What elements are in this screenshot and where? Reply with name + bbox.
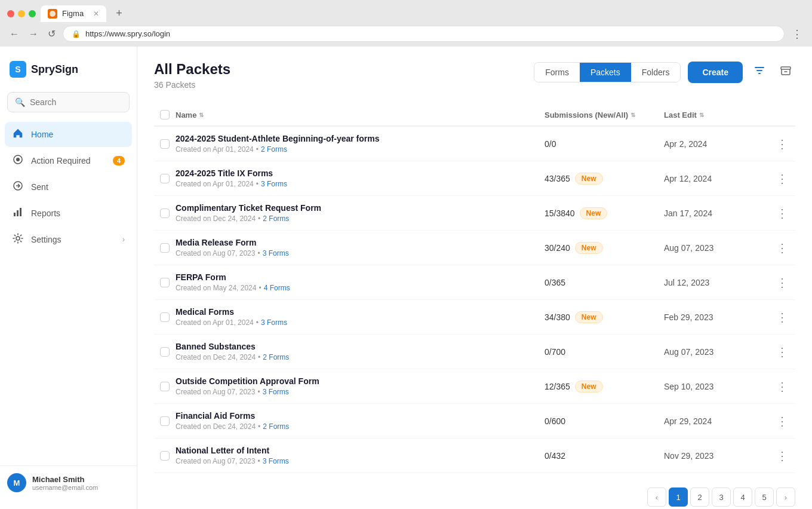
lock-icon: 🔒 [72, 30, 81, 38]
page-title: All Packets [154, 61, 230, 78]
search-input[interactable] [30, 97, 122, 107]
maximize-window-button[interactable] [29, 10, 36, 17]
filter-button[interactable] [750, 61, 769, 83]
table-header: Name ⇅ Submissions (New/All) ⇅ Last Edit… [154, 104, 795, 127]
pagination-page-5[interactable]: 5 [755, 487, 774, 507]
submissions-value-1: 43/365 [545, 174, 570, 183]
packet-name-9[interactable]: National Letter of Intent [176, 446, 545, 455]
packet-forms-link-9[interactable]: 3 Forms [263, 457, 289, 465]
table-row: Complimentary Ticket Request Form Create… [154, 196, 795, 231]
reload-button[interactable]: ↺ [45, 27, 58, 41]
row-checkbox-8[interactable] [160, 416, 170, 426]
row-more-button-0[interactable]: ⋮ [771, 134, 793, 154]
row-checkbox-2[interactable] [160, 208, 170, 218]
packet-name-8[interactable]: Financial Aid Forms [176, 411, 545, 421]
packet-name-7[interactable]: Outside Competition Approval Form [176, 376, 545, 386]
row-checkbox-4[interactable] [160, 278, 170, 287]
row-checkbox-9[interactable] [160, 451, 170, 461]
sidebar-item-action-required[interactable]: Action Required 4 [5, 148, 132, 173]
row-checkbox-7[interactable] [160, 382, 170, 391]
header-right: Forms Packets Folders Create [534, 61, 795, 83]
row-more-button-7[interactable]: ⋮ [771, 377, 793, 396]
sidebar-item-sent[interactable]: Sent [5, 174, 132, 200]
submissions-value-0: 0/0 [545, 139, 556, 149]
search-input-wrap[interactable]: 🔍 [7, 92, 130, 112]
svg-rect-9 [781, 67, 791, 69]
packet-meta-4: Created on May 24, 2024•4 Forms [176, 284, 545, 292]
row-more-button-5[interactable]: ⋮ [771, 308, 793, 327]
pagination-page-1[interactable]: 1 [669, 487, 688, 507]
table-row: 2024-2025 Student-Athlete Beginning-of-y… [154, 127, 795, 161]
packet-info-6: Banned Substances Created on Dec 24, 202… [176, 342, 545, 361]
packet-name-3[interactable]: Media Release Form [176, 238, 545, 247]
browser-tab[interactable]: Figma ✕ [41, 5, 106, 22]
sidebar-item-home[interactable]: Home [5, 122, 132, 147]
packet-forms-link-5[interactable]: 3 Forms [261, 318, 287, 327]
row-checkbox-5[interactable] [160, 312, 170, 322]
row-checkbox-1[interactable] [160, 174, 170, 183]
packet-name-1[interactable]: 2024-2025 Title IX Forms [176, 168, 545, 178]
packet-forms-link-8[interactable]: 2 Forms [263, 422, 289, 431]
url-text: https://www.spry.so/login [85, 29, 170, 38]
pagination-page-3[interactable]: 3 [712, 487, 731, 507]
last-edit-2: Jan 17, 2024 [664, 208, 771, 218]
pagination-page-2[interactable]: 2 [690, 487, 709, 507]
pagination-next[interactable]: › [776, 487, 795, 507]
row-more-button-6[interactable]: ⋮ [771, 342, 793, 361]
row-more-button-8[interactable]: ⋮ [771, 412, 793, 431]
tab-close-button[interactable]: ✕ [93, 10, 99, 18]
packet-name-2[interactable]: Complimentary Ticket Request Form [176, 203, 545, 213]
packet-forms-link-0[interactable]: 2 Forms [261, 145, 287, 154]
row-more-button-4[interactable]: ⋮ [771, 273, 793, 292]
sidebar-item-home-label: Home [31, 130, 53, 139]
minimize-window-button[interactable] [18, 10, 25, 17]
packet-name-0[interactable]: 2024-2025 Student-Athlete Beginning-of-y… [176, 134, 545, 143]
tab-folders[interactable]: Folders [631, 63, 681, 82]
row-checkbox-6[interactable] [160, 347, 170, 357]
column-header-last-edit[interactable]: Last Edit ⇅ [664, 111, 771, 119]
table-row: Medical Forms Created on Apr 01, 2024•3 … [154, 300, 795, 335]
logo-icon: S [10, 61, 26, 78]
packet-name-4[interactable]: FERPA Form [176, 272, 545, 282]
packet-forms-link-2[interactable]: 2 Forms [263, 214, 289, 223]
app-container: S SprySign 🔍 Home Action Requi [0, 47, 812, 509]
tab-packets[interactable]: Packets [580, 63, 631, 82]
address-bar[interactable]: 🔒 https://www.spry.so/login [63, 26, 785, 42]
packet-meta-6: Created on Dec 24, 2024•2 Forms [176, 353, 545, 361]
submissions-cell-8: 0/600 [545, 416, 664, 426]
column-header-name[interactable]: Name ⇅ [176, 111, 545, 119]
submissions-cell-4: 0/365 [545, 278, 664, 287]
tab-forms[interactable]: Forms [534, 63, 580, 82]
row-more-button-2[interactable]: ⋮ [771, 204, 793, 223]
column-header-submissions[interactable]: Submissions (New/All) ⇅ [545, 111, 664, 119]
row-checkbox-0[interactable] [160, 139, 170, 149]
back-button[interactable]: ← [7, 27, 21, 41]
packet-forms-link-3[interactable]: 3 Forms [263, 249, 289, 257]
submissions-value-8: 0/600 [545, 416, 565, 426]
close-window-button[interactable] [7, 10, 14, 17]
select-all-checkbox[interactable] [160, 110, 170, 119]
packet-forms-link-6[interactable]: 2 Forms [263, 353, 289, 361]
sidebar-item-settings[interactable]: Settings › [5, 227, 132, 252]
pagination-page-4[interactable]: 4 [733, 487, 752, 507]
sidebar-item-reports[interactable]: Reports [5, 201, 132, 226]
submissions-cell-9: 0/432 [545, 451, 664, 461]
sidebar-item-settings-label: Settings [31, 235, 61, 244]
row-more-button-1[interactable]: ⋮ [771, 169, 793, 188]
row-checkbox-3[interactable] [160, 243, 170, 253]
pagination-prev[interactable]: ‹ [647, 487, 666, 507]
row-more-button-9[interactable]: ⋮ [771, 446, 793, 465]
packet-forms-link-1[interactable]: 3 Forms [261, 180, 287, 188]
packet-forms-link-7[interactable]: 3 Forms [263, 388, 289, 396]
browser-menu-button[interactable]: ⋮ [789, 26, 805, 42]
sent-icon [12, 180, 24, 194]
tab-group: Forms Packets Folders [534, 62, 681, 82]
row-more-button-3[interactable]: ⋮ [771, 238, 793, 257]
create-button[interactable]: Create [688, 62, 743, 83]
packet-name-5[interactable]: Medical Forms [176, 307, 545, 317]
packet-forms-link-4[interactable]: 4 Forms [264, 284, 290, 292]
new-tab-button[interactable]: + [111, 5, 127, 22]
forward-button[interactable]: → [26, 27, 41, 41]
archive-button[interactable] [776, 61, 795, 83]
packet-name-6[interactable]: Banned Substances [176, 342, 545, 351]
